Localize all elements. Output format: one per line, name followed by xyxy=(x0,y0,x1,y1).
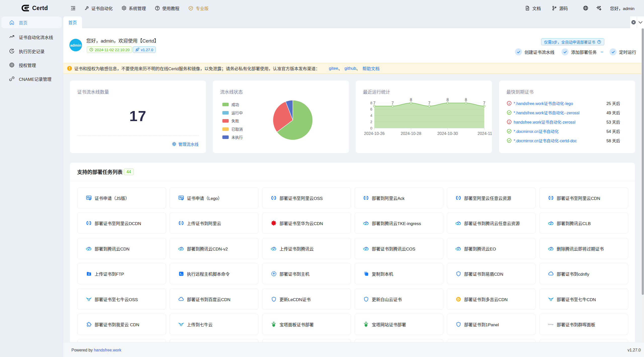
svg-text:Synology: Synology xyxy=(548,324,553,325)
svg-text:6: 6 xyxy=(370,107,372,111)
svg-text:2024-10-28: 2024-10-28 xyxy=(401,131,421,136)
svg-text:2024-10-30: 2024-10-30 xyxy=(437,131,458,136)
svg-text:4: 4 xyxy=(370,113,372,118)
svg-text:2024-11-: 2024-11- xyxy=(478,131,492,136)
svg-text:7: 7 xyxy=(373,101,376,105)
svg-text:7: 7 xyxy=(428,101,430,105)
svg-text:8: 8 xyxy=(370,101,372,105)
svg-text:7: 7 xyxy=(483,101,486,105)
svg-text:8: 8 xyxy=(465,98,467,102)
svg-text:2: 2 xyxy=(370,120,372,124)
svg-text:D: D xyxy=(457,297,459,301)
svg-text:8: 8 xyxy=(447,98,449,102)
svg-text:2024-10-26: 2024-10-26 xyxy=(364,131,385,136)
svg-text:0: 0 xyxy=(370,126,372,130)
svg-text:7: 7 xyxy=(391,101,394,105)
svg-text:8: 8 xyxy=(410,98,412,102)
